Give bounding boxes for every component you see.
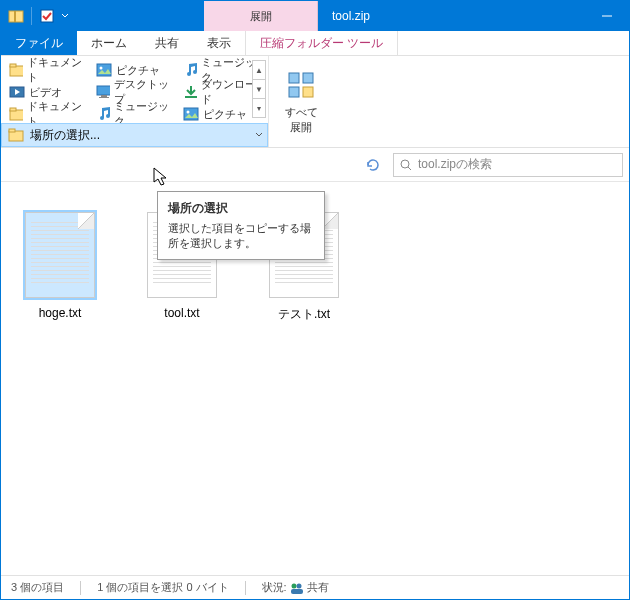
destination-item[interactable]: ピクチャ (181, 104, 262, 124)
tab-compressed-tools[interactable]: 圧縮フォルダー ツール (245, 31, 398, 55)
file-name: テスト.txt (278, 306, 330, 323)
pictures-icon (96, 62, 112, 78)
svg-point-26 (291, 584, 296, 589)
svg-rect-15 (184, 108, 198, 120)
downloads-icon (183, 84, 197, 100)
destination-item[interactable]: ミュージック (94, 104, 175, 124)
svg-rect-21 (303, 73, 313, 83)
svg-point-27 (296, 584, 301, 589)
text-file-icon (25, 212, 95, 298)
svg-point-24 (401, 160, 409, 168)
file-item[interactable]: テスト.txt (259, 212, 349, 545)
tooltip-body: 選択した項目をコピーする場所を選択します。 (168, 222, 311, 249)
destination-label: ピクチャ (203, 107, 247, 122)
search-placeholder: tool.zipの検索 (418, 156, 492, 173)
svg-rect-10 (101, 95, 107, 97)
select-location-label: 場所の選択... (30, 127, 100, 144)
status-bar: 3 個の項目 1 個の項目を選択 0 バイト 状況: 共有 (1, 575, 629, 599)
music-icon (183, 62, 197, 78)
svg-rect-20 (289, 73, 299, 83)
tab-share[interactable]: 共有 (141, 31, 193, 55)
svg-point-16 (187, 111, 190, 114)
select-location-button[interactable]: 場所の選択... (1, 123, 268, 147)
svg-rect-9 (97, 86, 110, 95)
qat-dropdown-icon[interactable] (60, 12, 70, 20)
pictures-icon (183, 106, 199, 122)
file-name: tool.txt (164, 306, 199, 320)
svg-rect-12 (185, 96, 197, 98)
chevron-down-icon (255, 131, 263, 139)
destination-label: ドキュメント (27, 55, 86, 85)
quick-access-toolbar (1, 1, 74, 31)
extract-all-label: すべて 展開 (285, 105, 318, 135)
svg-rect-11 (99, 97, 109, 98)
title-bar: 展開 tool.zip (1, 1, 629, 31)
svg-rect-2 (41, 10, 53, 22)
tab-view[interactable]: 表示 (193, 31, 245, 55)
search-icon (400, 159, 412, 171)
qat-properties-icon[interactable] (36, 5, 58, 27)
tooltip-title: 場所の選択 (168, 200, 314, 217)
destination-item[interactable]: ドキュメント (7, 104, 88, 124)
tab-home[interactable]: ホーム (77, 31, 141, 55)
svg-rect-28 (291, 589, 303, 594)
destination-label: ピクチャ (116, 63, 160, 78)
zip-icon (5, 5, 27, 27)
svg-rect-1 (14, 11, 16, 22)
contextual-tab-header: 展開 (204, 1, 318, 31)
svg-point-7 (100, 67, 103, 70)
ribbon: ドキュメントピクチャミュージックビデオデスクトップダウンロードドキュメントミュー… (1, 56, 629, 148)
extract-destination-gallery: ドキュメントピクチャミュージックビデオデスクトップダウンロードドキュメントミュー… (1, 56, 269, 147)
tooltip: 場所の選択 選択した項目をコピーする場所を選択します。 (157, 191, 325, 260)
folder-icon (8, 128, 24, 142)
svg-rect-6 (97, 64, 111, 76)
ribbon-tabs: ファイル ホーム 共有 表示 圧縮フォルダー ツール (1, 31, 629, 56)
search-input[interactable]: tool.zipの検索 (393, 153, 623, 177)
minimize-button[interactable] (584, 1, 629, 31)
status-state: 状況: 共有 (262, 580, 329, 595)
svg-rect-19 (9, 129, 15, 132)
window-title: tool.zip (318, 1, 584, 31)
file-item[interactable]: hoge.txt (15, 212, 105, 545)
gallery-expand[interactable]: ▾ (252, 98, 266, 118)
status-item-count: 3 個の項目 (11, 580, 64, 595)
extract-all-icon (285, 69, 317, 101)
destination-item[interactable]: ドキュメント (7, 60, 88, 80)
gallery-scroll-down[interactable]: ▼ (252, 79, 266, 99)
svg-rect-23 (303, 87, 313, 97)
destination-label: ビデオ (29, 85, 62, 100)
file-item[interactable]: tool.txt (137, 212, 227, 545)
refresh-button[interactable] (359, 153, 387, 177)
svg-rect-14 (10, 108, 16, 111)
destination-item[interactable]: ダウンロード (181, 82, 262, 102)
extract-all-button[interactable]: すべて 展開 (269, 56, 333, 147)
address-bar-row: tool.zipの検索 (1, 148, 629, 182)
desktop-icon (96, 84, 110, 100)
folder-icon (9, 62, 23, 78)
folder-icon (9, 106, 23, 122)
gallery-scroll-up[interactable]: ▲ (252, 60, 266, 80)
svg-rect-5 (10, 64, 16, 67)
video-icon (9, 84, 25, 100)
tab-file[interactable]: ファイル (1, 31, 77, 55)
file-name: hoge.txt (39, 306, 82, 320)
music-icon (96, 106, 110, 122)
status-selection: 1 個の項目を選択 0 バイト (97, 580, 228, 595)
svg-line-25 (408, 167, 411, 170)
people-icon (290, 582, 304, 594)
svg-rect-22 (289, 87, 299, 97)
